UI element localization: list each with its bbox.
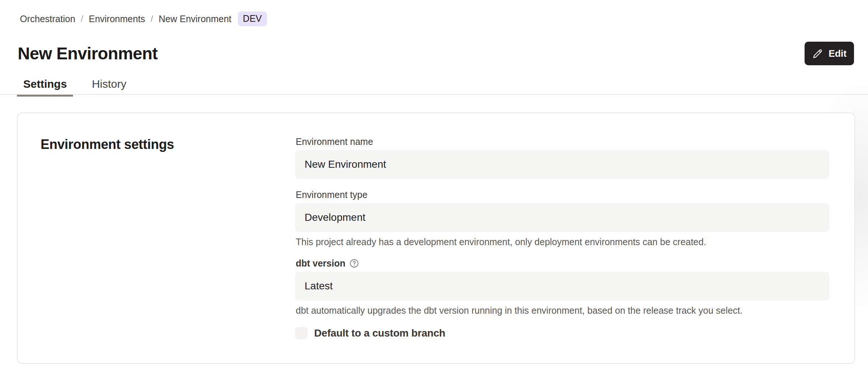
- breadcrumb-environments[interactable]: Environments: [89, 14, 145, 24]
- card-form-column: Environment name New Environment Environ…: [295, 113, 854, 363]
- card-left-column: Environment settings: [18, 113, 295, 363]
- custom-branch-label: Default to a custom branch: [314, 327, 445, 339]
- environment-name-input[interactable]: New Environment: [295, 150, 829, 179]
- breadcrumb-separator: /: [81, 14, 83, 24]
- environment-type-helper: This project already has a development e…: [296, 236, 829, 247]
- edit-button[interactable]: Edit: [805, 42, 854, 65]
- question-circle-icon[interactable]: [350, 259, 359, 268]
- tab-bar: Settings History: [17, 76, 133, 97]
- title-row: New Environment Edit: [18, 42, 854, 65]
- dbt-version-input[interactable]: Latest: [295, 272, 829, 300]
- new-environment-page: Orchestration / Environments / New Envir…: [0, 0, 868, 376]
- dbt-version-label: dbt version: [296, 258, 829, 269]
- dbt-version-label-text: dbt version: [296, 258, 346, 269]
- environment-name-label: Environment name: [296, 136, 829, 147]
- breadcrumb: Orchestration / Environments / New Envir…: [20, 11, 267, 26]
- environment-type-input[interactable]: Development: [295, 203, 829, 232]
- custom-branch-row: Default to a custom branch: [295, 327, 829, 340]
- pencil-icon: [812, 48, 823, 59]
- custom-branch-checkbox[interactable]: [295, 327, 308, 340]
- dev-badge: DEV: [238, 11, 267, 26]
- tab-settings[interactable]: Settings: [17, 76, 73, 97]
- breadcrumb-orchestration[interactable]: Orchestration: [20, 14, 75, 24]
- environment-type-label: Environment type: [296, 189, 829, 200]
- dbt-version-helper: dbt automatically upgrades the dbt versi…: [296, 305, 829, 316]
- breadcrumb-new-environment: New Environment: [159, 14, 231, 24]
- edit-button-label: Edit: [829, 48, 847, 59]
- card-heading: Environment settings: [41, 137, 295, 152]
- breadcrumb-separator: /: [151, 14, 153, 24]
- tabs-divider: [0, 94, 868, 95]
- page-title: New Environment: [18, 43, 158, 63]
- tab-history[interactable]: History: [86, 76, 132, 97]
- environment-settings-card: Environment settings Environment name Ne…: [17, 112, 855, 364]
